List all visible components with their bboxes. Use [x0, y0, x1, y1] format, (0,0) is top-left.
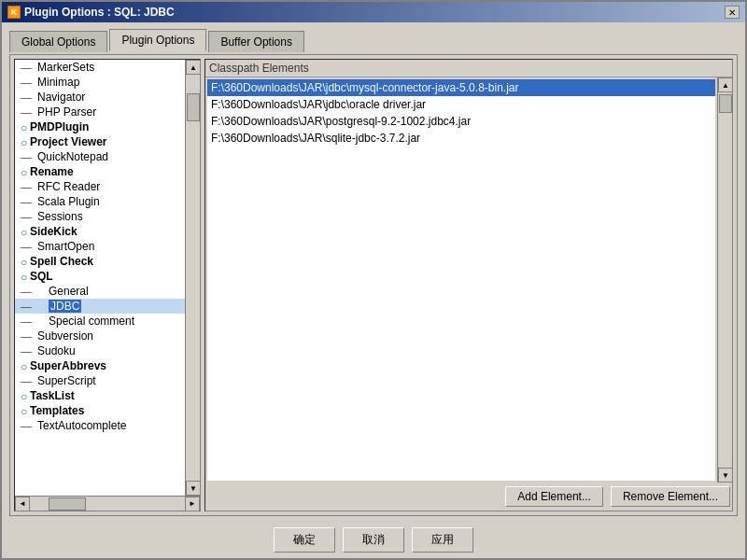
- list-item[interactable]: F:\360Downloads\JAR\jdbc\mysql-connector…: [207, 79, 715, 96]
- tree-item-label: Sessions: [37, 210, 83, 223]
- tree-item-label: Templates: [30, 404, 84, 417]
- tree-item[interactable]: ○PMDPlugin: [15, 119, 185, 134]
- tree-bullet-icon: —: [21, 106, 32, 119]
- tree-bullet-icon: —: [21, 211, 32, 224]
- tab-plugin-options[interactable]: Plugin Options: [109, 29, 206, 51]
- content-area: Global Options Plugin Options Buffer Opt…: [2, 22, 745, 522]
- tree-item[interactable]: —Sudoku: [15, 343, 185, 358]
- tree-bullet-icon: ○: [21, 121, 27, 134]
- close-button[interactable]: ✕: [725, 6, 740, 19]
- tree-item[interactable]: —MarkerSets: [15, 60, 185, 75]
- tree-item[interactable]: —SuperScript: [15, 373, 185, 388]
- cancel-button[interactable]: 取消: [343, 527, 404, 553]
- right-scroll-thumb[interactable]: [719, 94, 732, 113]
- tree-item[interactable]: ○Project Viewer: [15, 134, 185, 149]
- tree-item[interactable]: ○Rename: [15, 164, 185, 179]
- tree-item[interactable]: ○Templates: [15, 403, 185, 418]
- tree-bullet-icon: —: [21, 315, 32, 329]
- tree-bullet-icon: ○: [21, 226, 27, 239]
- tree-item[interactable]: —PHP Parser: [15, 105, 185, 119]
- tree-bullet-icon: —: [21, 77, 32, 90]
- tree-item-label: Minimap: [37, 76, 79, 89]
- tree-item[interactable]: —QuickNotepad: [15, 149, 185, 164]
- tree-item[interactable]: ○SuperAbbrevs: [15, 358, 185, 373]
- tree-item[interactable]: —Subversion: [15, 329, 185, 343]
- scroll-track: [186, 75, 200, 481]
- window-title: Plugin Options : SQL: JDBC: [24, 6, 175, 19]
- tree-item-label: MarkerSets: [37, 61, 94, 74]
- list-item[interactable]: F:\360Downloads\JAR\postgresql-9.2-1002.…: [207, 113, 715, 130]
- main-panel: —MarkerSets—Minimap—Navigator—PHP Parser…: [9, 54, 738, 516]
- add-element-button[interactable]: Add Element...: [505, 486, 603, 507]
- tree-item[interactable]: —Sessions: [15, 209, 185, 224]
- right-panel: Classpath Elements F:\360Downloads\JAR\j…: [204, 59, 733, 511]
- tree-item[interactable]: —General: [15, 284, 185, 299]
- right-scroll-down[interactable]: ▼: [718, 468, 732, 483]
- apply-button[interactable]: 应用: [412, 527, 473, 553]
- tree-bullet-icon: ○: [21, 271, 27, 284]
- tree-bullet-icon: —: [21, 181, 32, 194]
- tree-bullet-icon: ○: [21, 360, 27, 373]
- right-panel-inner: F:\360Downloads\JAR\jdbc\mysql-connector…: [205, 77, 732, 483]
- tree-bullet-icon: —: [21, 345, 32, 358]
- tree-bullet-icon: —: [21, 151, 32, 164]
- list-item[interactable]: F:\360Downloads\JAR\sqlite-jdbc-3.7.2.ja…: [207, 130, 715, 147]
- tree-item[interactable]: —SmartOpen: [15, 239, 185, 254]
- tree-bullet-icon: ○: [21, 405, 27, 418]
- tree-item[interactable]: ○SideKick: [15, 224, 185, 239]
- tree-item[interactable]: ○Spell Check: [15, 254, 185, 269]
- tree-item[interactable]: —Navigator: [15, 90, 185, 105]
- right-scrollbar[interactable]: ▲ ▼: [717, 77, 732, 483]
- ok-button[interactable]: 确定: [274, 527, 335, 553]
- scroll-down-button[interactable]: ▼: [186, 481, 201, 496]
- tree-item-label: Rename: [30, 165, 74, 178]
- tree-item[interactable]: —Minimap: [15, 75, 185, 90]
- tree-bullet-icon: —: [21, 241, 32, 254]
- tree-item-label: General: [49, 285, 89, 298]
- tree-item[interactable]: ○SQL: [15, 269, 185, 284]
- h-scroll-thumb[interactable]: [49, 497, 86, 511]
- tree-item-label: Project Viewer: [30, 135, 107, 148]
- main-window: K Plugin Options : SQL: JDBC ✕ Global Op…: [0, 0, 747, 560]
- tree-bullet-icon: ○: [21, 136, 27, 149]
- tree-item[interactable]: —Special comment: [15, 314, 185, 329]
- tree-item[interactable]: —RFC Reader: [15, 179, 185, 194]
- remove-element-button[interactable]: Remove Element...: [611, 486, 730, 507]
- tree-item-label: SQL: [30, 270, 53, 283]
- scroll-up-button[interactable]: ▲: [186, 60, 201, 75]
- scroll-thumb[interactable]: [187, 93, 200, 121]
- right-scroll-up[interactable]: ▲: [718, 77, 732, 92]
- tree-item-label: JDBC: [49, 300, 81, 313]
- tree-item[interactable]: —Scala Plugin: [15, 194, 185, 209]
- tree-item-label: SuperScript: [37, 374, 96, 387]
- bottom-bar: 确定 取消 应用: [2, 522, 745, 558]
- tree-item-label: PHP Parser: [37, 105, 96, 119]
- tree-bullet-icon: —: [21, 62, 32, 75]
- tree-bullet-icon: ○: [21, 256, 27, 269]
- tree-item[interactable]: —TextAutocomplete: [15, 418, 185, 433]
- tree-panel: —MarkerSets—Minimap—Navigator—PHP Parser…: [14, 59, 201, 511]
- tree-item-label: TextAutocomplete: [37, 419, 126, 432]
- tree-bullet-icon: —: [21, 196, 32, 209]
- h-scroll-track: [30, 497, 185, 511]
- tree-bullet-icon: —: [21, 330, 32, 343]
- tree-item[interactable]: —JDBC: [15, 299, 185, 314]
- tree-item-label: SideKick: [30, 225, 78, 238]
- list-item[interactable]: F:\360Downloads\JAR\jdbc\oracle driver.j…: [207, 96, 715, 113]
- tree-h-scrollbar: ◄ ►: [15, 496, 200, 511]
- tab-buffer-options[interactable]: Buffer Options: [208, 31, 304, 52]
- app-icon: K: [7, 6, 21, 19]
- element-buttons-row: Add Element... Remove Element...: [205, 483, 732, 511]
- tree-item-label: Spell Check: [30, 255, 93, 268]
- tree-item-label: TaskList: [30, 389, 75, 402]
- tree-list: —MarkerSets—Minimap—Navigator—PHP Parser…: [15, 60, 185, 496]
- tree-item-label: PMDPlugin: [30, 120, 89, 133]
- scroll-right-button[interactable]: ►: [185, 497, 200, 511]
- scroll-left-button[interactable]: ◄: [15, 497, 30, 511]
- tree-item[interactable]: ○TaskList: [15, 388, 185, 403]
- tree-bullet-icon: ○: [21, 166, 27, 179]
- tab-global-options[interactable]: Global Options: [9, 31, 107, 52]
- right-scroll-track: [718, 92, 732, 468]
- tree-scrollbar[interactable]: ▲ ▼: [185, 60, 200, 496]
- tree-bullet-icon: —: [21, 375, 32, 388]
